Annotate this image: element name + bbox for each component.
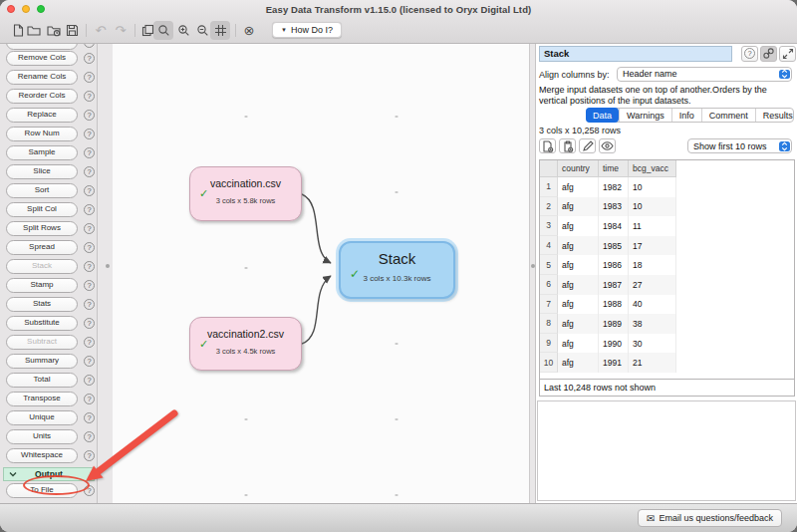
help-icon[interactable]: ? xyxy=(84,223,95,234)
table-row[interactable]: 6 afg 1987 27 xyxy=(540,275,676,295)
flow-canvas[interactable]: vaccination.csv ✓ 3 cols x 5.8k rows vac… xyxy=(113,44,530,503)
transform-button[interactable]: Stack xyxy=(6,259,78,274)
transform-button[interactable]: Total xyxy=(6,373,78,388)
search-icon[interactable] xyxy=(153,21,173,40)
table-row[interactable]: 10 afg 1991 21 xyxy=(540,353,676,373)
table-row[interactable]: 5 afg 1986 18 xyxy=(540,255,676,275)
help-icon[interactable]: ? xyxy=(84,129,95,139)
column-header[interactable]: country xyxy=(558,160,599,176)
node-stack[interactable]: Stack ✓ 3 cols x 10.3k rows xyxy=(339,241,455,299)
transform-button[interactable]: Summary xyxy=(6,354,78,369)
help-icon[interactable]: ? xyxy=(84,375,95,386)
tab[interactable]: Data xyxy=(586,108,619,123)
help-icon[interactable]: ? xyxy=(84,242,95,253)
link-views-button[interactable] xyxy=(760,46,777,62)
copy-data-button[interactable] xyxy=(539,138,556,153)
table-row[interactable]: 4 afg 1985 17 xyxy=(540,236,676,256)
open-project-icon[interactable] xyxy=(24,21,44,40)
node-vaccination2-csv[interactable]: vaccination2.csv ✓ 3 cols x 4.5k rows xyxy=(189,317,302,371)
help-icon[interactable]: ? xyxy=(84,356,95,367)
transform-button[interactable]: Substitute xyxy=(6,316,78,331)
tab[interactable]: Comment xyxy=(701,109,755,122)
show-rows-select[interactable]: Show first 10 rows xyxy=(687,138,792,153)
zoom-in-icon[interactable] xyxy=(173,21,193,40)
transform-button[interactable]: Units xyxy=(6,429,78,444)
rows-not-shown-note: Last 10,248 rows not shown xyxy=(540,379,794,396)
paste-data-button[interactable] xyxy=(559,138,576,153)
expand-panel-button[interactable] xyxy=(779,46,796,62)
tab[interactable]: Results xyxy=(755,109,797,122)
email-feedback-button[interactable]: ✉ Email us questions/feedback xyxy=(638,509,782,527)
transform-button[interactable]: Rename Cols xyxy=(6,70,78,85)
transform-button[interactable]: Reorder Cols xyxy=(6,89,78,104)
transform-button[interactable]: Stats xyxy=(6,297,78,312)
align-columns-select[interactable]: Header name xyxy=(617,67,792,82)
help-icon[interactable]: ? xyxy=(84,110,95,121)
transform-button[interactable]: Slice xyxy=(6,164,78,179)
cell-country: afg xyxy=(558,314,599,334)
help-icon[interactable]: ? xyxy=(84,261,95,272)
help-icon[interactable]: ? xyxy=(84,166,95,177)
table-row[interactable]: 7 afg 1988 40 xyxy=(540,295,676,315)
table-row[interactable]: 1 afg 1982 10 xyxy=(540,177,676,197)
right-splitter-handle[interactable] xyxy=(531,264,535,268)
transform-button[interactable]: Sort xyxy=(6,183,78,198)
minimize-window-button[interactable] xyxy=(22,5,30,13)
zoom-window-button[interactable] xyxy=(37,5,45,13)
how-do-i-button[interactable]: ▼ How Do I? xyxy=(272,22,342,38)
transform-button[interactable]: Transpose xyxy=(6,392,78,406)
help-icon[interactable]: ? xyxy=(84,412,95,423)
table-row[interactable]: 9 afg 1990 30 xyxy=(540,334,676,354)
transform-button[interactable]: Spread xyxy=(6,240,78,255)
help-icon[interactable] xyxy=(84,44,95,48)
table-row[interactable]: 3 afg 1984 11 xyxy=(540,216,676,236)
redo-icon[interactable]: ↷ xyxy=(111,21,131,40)
to-file-button[interactable]: To File xyxy=(6,483,78,498)
transform-button[interactable]: Subtract xyxy=(6,335,78,350)
transform-button[interactable]: Row Num xyxy=(6,127,78,141)
help-icon[interactable]: ? xyxy=(84,318,95,329)
close-window-button[interactable] xyxy=(7,5,15,13)
column-header[interactable]: bcg_vacc xyxy=(629,160,676,176)
help-icon[interactable]: ? xyxy=(84,72,95,83)
transform-button[interactable]: Remove Cols xyxy=(6,51,78,66)
transform-button[interactable]: Split Rows xyxy=(6,221,78,236)
table-row[interactable]: 2 afg 1983 10 xyxy=(540,197,676,217)
transform-button[interactable]: Replace xyxy=(6,108,78,123)
transform-button[interactable]: Split Col xyxy=(6,202,78,217)
transform-button[interactable]: Whitespace xyxy=(6,448,78,463)
help-icon[interactable]: ? xyxy=(84,431,95,442)
help-icon[interactable]: ? xyxy=(84,280,95,291)
transform-button[interactable]: Stamp xyxy=(6,278,78,293)
help-icon[interactable]: ? xyxy=(84,185,95,196)
cancel-icon[interactable]: ⊗ xyxy=(239,21,259,40)
help-icon[interactable]: ? xyxy=(84,53,95,64)
transform-button-clipped[interactable] xyxy=(6,44,78,50)
tab[interactable]: Info xyxy=(671,109,701,122)
help-icon[interactable]: ? xyxy=(84,485,95,496)
help-icon[interactable]: ? xyxy=(84,147,95,158)
panel-help-button[interactable]: ? xyxy=(741,46,758,62)
recent-projects-icon[interactable] xyxy=(44,21,64,40)
zoom-out-icon[interactable] xyxy=(192,21,212,40)
node-vaccination-csv[interactable]: vaccination.csv ✓ 3 cols x 5.8k rows xyxy=(189,166,302,221)
node-name-input[interactable]: Stack xyxy=(539,46,732,62)
column-header[interactable]: time xyxy=(599,160,629,176)
help-icon[interactable]: ? xyxy=(84,204,95,215)
output-section-header[interactable]: Output xyxy=(3,467,95,481)
toggle-grid-icon[interactable] xyxy=(210,21,230,40)
help-icon[interactable]: ? xyxy=(84,299,95,310)
preview-data-button[interactable] xyxy=(599,138,616,153)
save-icon[interactable] xyxy=(62,21,82,40)
tab[interactable]: Warnings xyxy=(619,109,671,122)
help-icon[interactable]: ? xyxy=(84,337,95,348)
undo-icon[interactable]: ↶ xyxy=(91,21,111,40)
help-icon[interactable]: ? xyxy=(84,91,95,102)
left-splitter-handle[interactable] xyxy=(106,264,110,268)
table-row[interactable]: 8 afg 1989 38 xyxy=(540,314,676,334)
help-icon[interactable]: ? xyxy=(84,450,95,461)
transform-button[interactable]: Sample xyxy=(6,145,78,160)
help-icon[interactable]: ? xyxy=(84,394,95,404)
edit-data-button[interactable] xyxy=(579,138,596,153)
transform-button[interactable]: Unique xyxy=(6,410,78,425)
